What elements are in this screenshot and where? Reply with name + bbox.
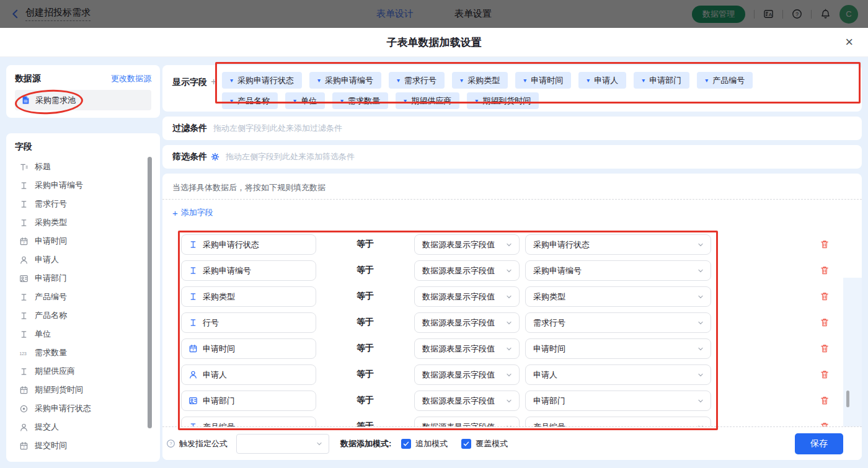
rule-operator: 等于 [356, 291, 374, 302]
field-item[interactable]: 产品名称 [15, 306, 151, 325]
trash-icon [820, 317, 830, 327]
change-datasource-link[interactable]: 更改数据源 [111, 73, 151, 84]
rule-source-select[interactable]: 数据源表显示字段值 [414, 234, 520, 255]
subform-data-load-modal: 子表单数据加载设置 × 数据源 更改数据源 采购需求池 字段 [0, 28, 868, 468]
delete-rule-button[interactable] [820, 422, 830, 426]
gear-icon[interactable] [211, 152, 219, 161]
fields-scrollbar[interactable] [148, 157, 152, 428]
rule-operator: 等于 [356, 265, 374, 276]
rules-scrollbar[interactable] [846, 391, 849, 407]
rule-field-input[interactable]: 申请部门 [181, 391, 316, 411]
screening-condition-row[interactable]: 筛选条件 拖动左侧字段到此处来添加筛选条件 [162, 145, 862, 169]
display-field-tag[interactable]: ▾ 单位 [285, 92, 325, 109]
formula-select[interactable] [236, 434, 329, 454]
rule-value-select[interactable]: 申请人 [525, 364, 711, 385]
modal-header: 子表单数据加载设置 × [0, 28, 868, 57]
rule-field-input[interactable]: 7 申请时间 [181, 338, 316, 359]
display-field-tag[interactable]: ▾ 采购类型 [452, 72, 508, 89]
rule-value-select[interactable]: 申请时间 [525, 338, 711, 359]
field-item[interactable]: 采购类型 [15, 213, 151, 232]
trash-icon [820, 265, 830, 275]
rule-value-select[interactable]: 采购申请行状态 [525, 234, 711, 255]
delete-rule-button[interactable] [820, 265, 830, 275]
field-item[interactable]: 产品编号 [15, 288, 151, 306]
display-field-tag[interactable]: ▾ 采购申请行状态 [222, 72, 302, 89]
rule-field-input[interactable]: 采购申请编号 [181, 260, 316, 281]
display-field-tag[interactable]: ▾ 申请部门 [634, 72, 689, 89]
datasource-name: 采购需求池 [35, 95, 76, 106]
display-field-tag[interactable]: ▾ 产品编号 [697, 72, 753, 89]
filter-condition-row[interactable]: 过滤条件 拖动左侧字段到此处来添加过滤条件 [162, 117, 862, 140]
field-item[interactable]: 需求行号 [15, 195, 151, 213]
add-display-field-button[interactable]: + [211, 76, 216, 87]
field-item[interactable]: 申请人 [15, 250, 151, 269]
rule-field-input[interactable]: 产品编号 [181, 417, 316, 426]
rule-operator: 等于 [356, 369, 374, 380]
field-item[interactable]: 7 期望到货时间 [15, 381, 151, 399]
person-icon [188, 370, 198, 379]
field-item[interactable]: 采购申请编号 [15, 176, 151, 195]
overwrite-mode-checkbox[interactable]: 覆盖模式 [461, 438, 508, 449]
help-circle-icon[interactable]: ? [166, 439, 175, 448]
screening-placeholder: 拖动左侧字段到此处来添加筛选条件 [226, 151, 355, 162]
rule-value-select[interactable]: 采购申请编号 [525, 260, 711, 281]
text-icon [188, 240, 198, 249]
field-item[interactable]: 标题 [15, 157, 151, 176]
trash-icon [820, 291, 830, 301]
rule-source-select[interactable]: 数据源表显示字段值 [414, 260, 520, 281]
field-item[interactable]: 提交人 [15, 418, 151, 436]
datasource-selected-item[interactable]: 采购需求池 [15, 90, 151, 110]
text-icon [19, 330, 29, 339]
add-field-button[interactable]: + 添加字段 [162, 200, 243, 219]
display-field-tag[interactable]: ▾ 申请人 [578, 72, 626, 89]
display-field-tag[interactable]: ▾ 申请时间 [515, 72, 571, 89]
rule-source-select[interactable]: 数据源表显示字段值 [414, 312, 520, 333]
plus-icon: + [172, 208, 178, 218]
delete-rule-button[interactable] [820, 343, 830, 353]
chevron-down-icon [696, 397, 705, 405]
caret-down-icon: ▾ [460, 77, 463, 84]
rule-field-input[interactable]: 采购申请行状态 [181, 234, 316, 255]
rule-source-select[interactable]: 数据源表显示字段值 [414, 364, 520, 385]
display-field-tag[interactable]: ▾ 产品名称 [222, 92, 278, 109]
display-field-tag[interactable]: ▾ 期望供应商 [396, 92, 459, 109]
delete-rule-button[interactable] [820, 317, 830, 327]
modal-body: 数据源 更改数据源 采购需求池 字段 标题 [0, 57, 868, 468]
rule-value-select[interactable]: 申请部门 [525, 391, 711, 411]
display-field-tag[interactable]: ▾ 期望到货时间 [467, 92, 539, 109]
field-item[interactable]: 123 需求数量 [15, 343, 151, 362]
modal-dim-overlay [0, 0, 868, 28]
save-button[interactable]: 保存 [795, 433, 843, 454]
field-item[interactable]: 7 申请时间 [15, 232, 151, 250]
data-add-mode-label: 数据添加模式: [340, 438, 391, 449]
field-item[interactable]: 采购申请行状态 [15, 399, 151, 418]
rule-value-select[interactable]: 需求行号 [525, 312, 711, 333]
rule-row: 申请人 等于 数据源表显示字段值 申请人 [162, 364, 862, 385]
display-field-tag[interactable]: ▾ 需求数量 [332, 92, 388, 109]
rule-source-select[interactable]: 数据源表显示字段值 [414, 391, 520, 411]
rule-value-select[interactable]: 采购类型 [525, 286, 711, 307]
rule-field-input[interactable]: 行号 [181, 312, 316, 333]
delete-rule-button[interactable] [820, 369, 830, 379]
fields-card: 字段 标题 采购申请编号 需求行号 [6, 133, 160, 462]
field-item[interactable]: 单位 [15, 325, 151, 343]
chevron-down-icon [696, 371, 705, 379]
delete-rule-button[interactable] [820, 395, 830, 405]
rule-source-select[interactable]: 数据源表显示字段值 [414, 338, 520, 359]
delete-rule-button[interactable] [820, 291, 830, 301]
display-field-tag[interactable]: ▾ 采购申请编号 [309, 72, 381, 89]
rule-field-input[interactable]: 申请人 [181, 364, 316, 385]
rule-source-select[interactable]: 数据源表显示字段值 [414, 417, 520, 426]
rule-source-select[interactable]: 数据源表显示字段值 [414, 286, 520, 307]
rule-value-select[interactable]: 产品编号 [525, 417, 711, 426]
display-field-tag[interactable]: ▾ 需求行号 [389, 72, 445, 89]
append-mode-checkbox[interactable]: 追加模式 [401, 438, 448, 449]
field-item[interactable]: 7 提交时间 [15, 436, 151, 455]
field-item[interactable]: 期望供应商 [15, 362, 151, 381]
rule-field-input[interactable]: 采购类型 [181, 286, 316, 307]
chevron-down-icon [505, 397, 513, 405]
caret-down-icon: ▾ [340, 98, 343, 104]
close-icon[interactable]: × [845, 34, 853, 50]
field-item[interactable]: 申请部门 [15, 269, 151, 288]
delete-rule-button[interactable] [820, 239, 830, 249]
